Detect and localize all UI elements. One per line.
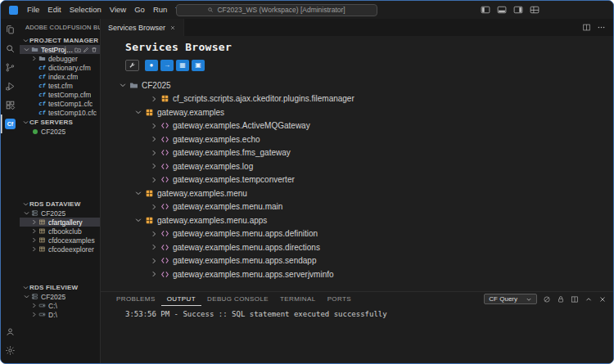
chevron-right-icon[interactable]: [30, 302, 38, 309]
tree-item-cf-scripts-scripts-ajax-ckeditor-plugins-filemanager[interactable]: cf_scripts.scripts.ajax.ckeditor.plugins…: [101, 92, 613, 106]
chevron-right-icon[interactable]: [150, 149, 159, 157]
chevron-right-icon[interactable]: [30, 227, 38, 235]
lock-scroll-icon[interactable]: [557, 295, 565, 303]
activity-run-and-debug[interactable]: [1, 77, 20, 96]
activity-extensions[interactable]: [1, 96, 20, 115]
maximize-panel-icon[interactable]: [585, 295, 593, 303]
tree-item-gateway-examples[interactable]: gateway.examples: [101, 106, 613, 119]
more-actions-icon[interactable]: [597, 23, 606, 32]
menu-run[interactable]: Run: [149, 1, 171, 19]
panel-tab-debug-console[interactable]: DEBUG CONSOLE: [201, 292, 274, 306]
chevron-right-icon[interactable]: [30, 55, 38, 62]
chevron-right-icon[interactable]: [30, 311, 38, 318]
menu-view[interactable]: View: [106, 1, 130, 19]
menu-selection[interactable]: Selection: [65, 1, 106, 19]
tree-item-gateway-examples-menu-apps-serverjvminfo[interactable]: gateway.examples.menu.apps.serverjvminfo: [101, 267, 613, 281]
chevron-right-icon[interactable]: [150, 230, 159, 238]
sidebar-item-debugger[interactable]: debugger: [20, 54, 100, 63]
panel-tab-output[interactable]: OUTPUT: [161, 292, 201, 306]
sidebar-item-test-cfm[interactable]: cftest.cfm: [20, 81, 100, 90]
chevron-right-icon[interactable]: [150, 243, 159, 251]
settings-wrench-button[interactable]: [125, 60, 139, 71]
chevron-right-icon[interactable]: [150, 95, 159, 103]
grid-view-button[interactable]: ▦: [176, 60, 189, 71]
open-window-button[interactable]: ▣: [192, 60, 205, 71]
chevron-down-icon[interactable]: [23, 46, 30, 53]
panel-tab-ports[interactable]: PORTS: [322, 292, 357, 306]
tab-services-browser[interactable]: Services Browser: [101, 19, 184, 36]
sidebar-item-cfdocexamples[interactable]: cfdocexamples: [20, 236, 100, 245]
chevron-right-icon[interactable]: [30, 245, 38, 253]
chevron-right-icon[interactable]: [150, 257, 159, 265]
command-center-search[interactable]: CF2023_WS (Workspace) [Administrator]: [176, 4, 377, 16]
chevron-down-icon[interactable]: [23, 293, 30, 300]
activity-settings[interactable]: [1, 341, 20, 360]
tree-item-gateway-examples-menu-apps-definition[interactable]: gateway.examples.menu.apps.definition: [101, 227, 613, 241]
close-icon[interactable]: [169, 25, 176, 31]
section-header-rds-fileview[interactable]: RDS FILEVIEW: [20, 282, 100, 292]
sidebar-item-testcomp1-cfc[interactable]: cftestComp1.cfc: [20, 99, 100, 108]
tree-item-gateway-examples-menu-apps[interactable]: gateway.examples.menu.apps: [101, 213, 613, 227]
tree-item-gateway-examples-menu-apps-sendapp[interactable]: gateway.examples.menu.apps.sendapp: [101, 254, 613, 268]
chevron-right-icon[interactable]: [30, 236, 38, 244]
menu-edit[interactable]: Edit: [43, 1, 65, 19]
new-folder-icon[interactable]: [74, 47, 81, 53]
activity-coldfusion[interactable]: Cf: [1, 115, 20, 133]
tree-item-gateway-examples-menu[interactable]: gateway.examples.menu: [101, 186, 613, 200]
sidebar-item-cfbookclub[interactable]: cfbookclub: [20, 227, 100, 236]
chevron-down-icon[interactable]: [23, 209, 30, 217]
sidebar-item-cf2025[interactable]: CF2025: [20, 209, 100, 218]
section-header-cf-servers[interactable]: CF SERVERS: [20, 117, 100, 127]
activity-source-control[interactable]: [1, 58, 20, 77]
sidebar-item-cfcodeexplorer[interactable]: cfcodeexplorer: [20, 245, 100, 254]
tree-item-gateway-examples-activemqgateway[interactable]: gateway.examples.ActiveMQGateway: [101, 119, 613, 133]
toggle-primary-sidebar-icon[interactable]: [481, 5, 490, 15]
tree-item-gateway-examples-menu-apps-directions[interactable]: gateway.examples.menu.apps.directions: [101, 240, 613, 254]
chevron-right-icon[interactable]: [150, 135, 159, 143]
sidebar-item-dictionary-cfm[interactable]: cfdictionary.cfm: [20, 63, 100, 72]
close-panel-icon[interactable]: [598, 295, 607, 303]
services-button[interactable]: ●: [145, 60, 158, 71]
sidebar-item-d[interactable]: D:\: [20, 310, 100, 319]
chevron-right-icon[interactable]: [150, 162, 159, 170]
clear-output-icon[interactable]: [543, 295, 551, 303]
sidebar-item-cfartgallery[interactable]: cfartgallery: [20, 218, 100, 227]
invoke-button[interactable]: →: [160, 60, 174, 71]
sidebar-item-testcomp10-cfc[interactable]: cftestComp10.cfc: [20, 108, 100, 117]
chevron-right-icon[interactable]: [150, 176, 159, 184]
chevron-right-icon[interactable]: [150, 270, 159, 278]
section-header-rds-dataview[interactable]: RDS DATAVIEW: [20, 199, 100, 209]
chevron-right-icon[interactable]: [150, 203, 159, 211]
sidebar-item-testproject[interactable]: TestProject: [20, 45, 100, 54]
edit-icon[interactable]: [83, 47, 89, 53]
tree-item-gateway-examples-echo[interactable]: gateway.examples.echo: [101, 133, 613, 146]
chevron-down-icon[interactable]: [134, 189, 143, 197]
chevron-down-icon[interactable]: [134, 108, 143, 116]
tree-item-gateway-examples-log[interactable]: gateway.examples.log: [101, 160, 613, 173]
output-channel-select[interactable]: CF Query: [484, 294, 537, 304]
split-panel-icon[interactable]: [571, 295, 579, 303]
menu-go[interactable]: Go: [130, 1, 149, 19]
chevron-right-icon[interactable]: [30, 218, 38, 226]
tree-item-gateway-examples-tempconverter[interactable]: gateway.examples.tempconverter: [101, 173, 613, 187]
chevron-down-icon[interactable]: [134, 216, 143, 224]
chevron-down-icon[interactable]: [119, 81, 128, 89]
sidebar-item-c[interactable]: C:\: [20, 301, 100, 310]
tree-item-cf2025[interactable]: CF2025: [101, 79, 613, 92]
tree-item-gateway-examples-menu-main[interactable]: gateway.examples.menu.main: [101, 200, 613, 214]
panel-tab-problems[interactable]: PROBLEMS: [111, 292, 161, 306]
tree-item-gateway-examples-fms-gateway[interactable]: gateway.examples.fms_gateway: [101, 146, 613, 160]
activity-search[interactable]: [1, 39, 20, 58]
sidebar-item-cf2025[interactable]: CF2025: [20, 292, 100, 301]
sidebar-item-cf2025[interactable]: CF2025: [20, 127, 100, 136]
split-editor-icon[interactable]: [582, 23, 591, 32]
customize-layout-icon[interactable]: [530, 5, 540, 15]
menu-file[interactable]: File: [23, 1, 43, 19]
toggle-panel-icon[interactable]: [497, 5, 507, 15]
sidebar-item-index-cfm[interactable]: cfindex.cfm: [20, 72, 100, 81]
sidebar-item-testcomp-cfm[interactable]: cftestComp.cfm: [20, 90, 100, 99]
panel-tab-terminal[interactable]: TERMINAL: [274, 292, 322, 306]
chevron-right-icon[interactable]: [150, 122, 159, 130]
activity-account[interactable]: [1, 322, 20, 341]
delete-icon[interactable]: [91, 47, 97, 53]
